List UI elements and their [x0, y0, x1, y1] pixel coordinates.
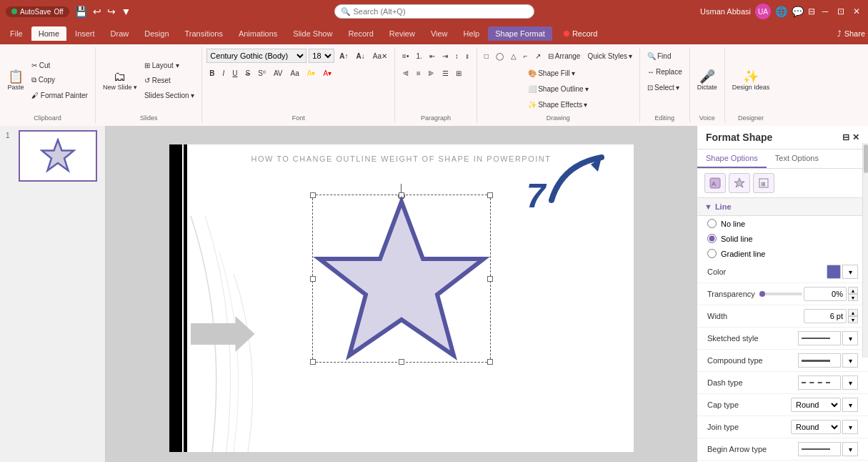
clear-format-button[interactable]: Aa✕ [370, 49, 390, 63]
align-center-button[interactable]: ≡ [414, 66, 424, 80]
align-left-button[interactable]: ⫷ [399, 66, 412, 80]
minimize-button[interactable]: ─ [819, 6, 831, 17]
dictate-button[interactable]: 🎤 Dictate [694, 69, 720, 92]
fill-effects-icon-btn[interactable]: A [704, 173, 726, 193]
sketched-style-dropdown[interactable]: ▾ [842, 331, 858, 345]
star-with-selection[interactable] [312, 184, 491, 363]
autosave-toggle[interactable]: AutoSave Off [6, 6, 69, 17]
solid-line-radio[interactable] [707, 234, 717, 243]
join-type-dropdown[interactable]: ▾ [842, 420, 858, 434]
copy-button[interactable]: ⧉ Copy [29, 73, 91, 87]
reset-button[interactable]: ↺ Reset [141, 73, 197, 87]
shape-2[interactable]: ◯ [493, 49, 507, 63]
shadow-button[interactable]: S⁰ [255, 66, 269, 80]
tab-animations[interactable]: Animations [231, 26, 284, 41]
replace-button[interactable]: ↔ Replace [644, 64, 685, 79]
record-button[interactable]: Record [557, 26, 604, 41]
columns-button[interactable]: ⫾ [463, 49, 472, 63]
tab-help[interactable]: Help [457, 26, 487, 41]
paste-button[interactable]: 📋 Paste [4, 69, 27, 92]
gradient-line-radio[interactable] [707, 249, 717, 258]
tab-insert[interactable]: Insert [68, 26, 102, 41]
tab-view[interactable]: View [424, 26, 455, 41]
close-button[interactable]: ✕ [851, 6, 862, 17]
font-family-select[interactable]: Century Gothic (Body) [206, 49, 306, 63]
tab-slideshow[interactable]: Slide Show [286, 26, 339, 41]
highlight-color-button[interactable]: A▾ [304, 66, 319, 80]
font-color-button[interactable]: A▾ [320, 66, 334, 80]
panel-scrollbar[interactable] [862, 143, 868, 358]
dash-type-select[interactable] [798, 375, 841, 390]
shape-outline-button[interactable]: ⬜ Shape Outline ▾ [525, 82, 591, 96]
undo-icon[interactable]: ↩ [93, 6, 101, 17]
begin-arrow-type-dropdown[interactable]: ▾ [842, 442, 858, 456]
tab-shape-options[interactable]: Shape Options [697, 149, 767, 168]
format-painter-button[interactable]: 🖌 Format Painter [29, 88, 91, 102]
redo-icon[interactable]: ↪ [107, 6, 116, 17]
tab-record[interactable]: Record [341, 26, 380, 41]
tab-review[interactable]: Review [382, 26, 422, 41]
transparency-up[interactable]: ▲ [848, 287, 858, 294]
transparency-slider[interactable] [759, 293, 802, 295]
transparency-input[interactable] [804, 287, 847, 301]
slide-thumbnail[interactable] [19, 130, 97, 182]
bold-button[interactable]: B [206, 66, 217, 80]
justify-button[interactable]: ☰ [439, 66, 452, 80]
transparency-down[interactable]: ▼ [848, 294, 858, 301]
select-button[interactable]: ⊡ Select ▾ [644, 80, 682, 94]
star-shape[interactable] [312, 195, 491, 373]
tab-transitions[interactable]: Transitions [178, 26, 230, 41]
size-icon-btn[interactable]: ⊞ [753, 173, 774, 193]
numbering-button[interactable]: 1. [413, 49, 424, 63]
strikethrough-button[interactable]: S [243, 66, 254, 80]
shape-4[interactable]: ⌐ [521, 49, 531, 63]
increase-font-button[interactable]: A↑ [336, 49, 351, 63]
cap-type-select[interactable]: Round Square Flat [791, 398, 841, 412]
shape-5[interactable]: ↗ [532, 49, 544, 63]
width-input[interactable] [804, 309, 847, 323]
begin-arrow-type-select[interactable] [798, 442, 841, 456]
shape-fill-button[interactable]: 🎨 Shape Fill ▾ [525, 66, 591, 80]
decrease-font-button[interactable]: A↓ [354, 49, 368, 63]
scrollbar-thumb[interactable] [864, 144, 868, 173]
decrease-indent-button[interactable]: ⇤ [426, 49, 438, 63]
tab-file[interactable]: File [3, 26, 30, 41]
feedback-icon[interactable]: 💬 [792, 6, 804, 17]
tab-text-options[interactable]: Text Options [767, 149, 827, 168]
tab-home[interactable]: Home [31, 26, 66, 41]
bullets-button[interactable]: ≡• [399, 49, 411, 63]
tab-shape-format[interactable]: Shape Format [488, 26, 552, 41]
shape-effects-button[interactable]: ✨ Shape Effects ▾ [525, 97, 591, 112]
cut-button[interactable]: ✂ Cut [29, 58, 91, 72]
width-down[interactable]: ▼ [848, 316, 858, 323]
customize-icon[interactable]: ▼ [121, 6, 131, 17]
new-slide-button[interactable]: 🗂 New Slide ▾ [100, 69, 140, 92]
tab-design[interactable]: Design [137, 26, 176, 41]
section-button[interactable]: Slides Section ▾ [141, 88, 197, 102]
underline-button[interactable]: U [229, 66, 240, 80]
sketched-style-select[interactable] [798, 331, 841, 345]
design-ideas-button[interactable]: ✨ Design Ideas [729, 69, 773, 92]
restore-button[interactable]: ⊡ [835, 6, 847, 17]
join-type-select[interactable]: Round Bevel Miter [791, 420, 841, 434]
compound-type-dropdown[interactable]: ▾ [842, 353, 858, 368]
color-swatch[interactable] [827, 265, 841, 279]
shape-3[interactable]: △ [508, 49, 519, 63]
compound-type-select[interactable] [798, 353, 841, 368]
arrange-button[interactable]: ⊟ Arrange [545, 49, 584, 63]
quick-styles-button[interactable]: Quick Styles ▾ [584, 49, 635, 63]
align-right-button[interactable]: ⫸ [425, 66, 438, 80]
line-spacing-button[interactable]: ↕ [452, 49, 462, 63]
line-section-header[interactable]: ▼ Line [697, 198, 868, 216]
shape-1[interactable]: □ [482, 49, 492, 63]
color-picker-btn[interactable]: ▾ [842, 265, 858, 279]
effects-icon-btn[interactable] [729, 173, 750, 193]
search-input[interactable] [354, 7, 528, 16]
char-spacing-button[interactable]: AV [271, 66, 286, 80]
smart-art-button[interactable]: ⊞ [453, 66, 464, 80]
increase-indent-button[interactable]: ⇥ [439, 49, 451, 63]
share-button[interactable]: ⤴ Share [837, 29, 865, 38]
cap-type-dropdown[interactable]: ▾ [842, 398, 858, 412]
panel-close-icon[interactable]: ✕ [852, 132, 859, 142]
panel-collapse-icon[interactable]: ⊟ [842, 132, 849, 142]
